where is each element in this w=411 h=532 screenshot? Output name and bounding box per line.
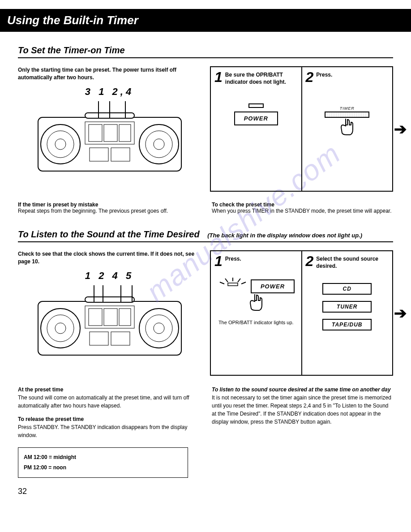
- hand-press-icon: [337, 116, 357, 137]
- svg-rect-12: [111, 148, 130, 161]
- section2-heading: To Listen to the Sound at the Time Desir…: [18, 229, 393, 242]
- arrow-right-icon-2: ➔: [394, 304, 407, 322]
- s2-foot-l2t: Press STANDBY. The STANDBY indication di…: [18, 424, 187, 438]
- indicator-text: The OPR/BATT indicator lights up.: [214, 319, 298, 326]
- indicator-rect: [248, 103, 264, 108]
- svg-point-18: [41, 309, 80, 348]
- pm-row: PM 12:00 = noon: [24, 464, 66, 471]
- svg-rect-29: [111, 332, 130, 345]
- section2-device-numbers: 1 2 4 5: [18, 270, 201, 282]
- am-row: AM 12:00 = midnight: [24, 454, 76, 460]
- timer-button[interactable]: [325, 112, 369, 118]
- step2-num: 2: [306, 71, 314, 84]
- svg-rect-40: [228, 283, 238, 286]
- s2-step2-num: 2: [306, 255, 314, 268]
- s1-leftnote-h: If the timer is preset by mistake: [18, 202, 98, 208]
- power-button-2[interactable]: POWER: [251, 279, 295, 293]
- time-table: AM 12:00 = midnight PM 12:00 = noon: [18, 447, 188, 478]
- svg-line-39: [241, 282, 246, 284]
- s2-foot-l2h: To release the preset time: [18, 416, 84, 422]
- cd-button[interactable]: CD: [322, 283, 372, 295]
- s2-step1-text: Press.: [225, 255, 241, 263]
- power-button[interactable]: POWER: [234, 112, 278, 125]
- svg-point-1: [41, 124, 80, 164]
- s1-leftnote-t: Repeat steps from the beginning. The pre…: [18, 208, 168, 214]
- boombox-icon: [36, 99, 184, 176]
- s2-foot-r1t: It is not necessary to set the timer aga…: [212, 395, 391, 425]
- s1-rightnote-h: To check the preset time: [212, 202, 274, 208]
- title-bar: Using the Built-in Timer: [0, 9, 411, 32]
- s1-rightnote-t: When you press TIMER in the STANDBY mode…: [212, 208, 392, 214]
- s2-step2-text: Select the sound source desired.: [316, 255, 389, 270]
- boombox-icon-2: [36, 283, 184, 360]
- section1-heading: To Set the Timer-on Time: [18, 45, 393, 58]
- s2-foot-r1h: To listen to the sound source desired at…: [212, 386, 391, 393]
- svg-point-4: [139, 124, 179, 164]
- section1-device-numbers: 3 1 2,4: [18, 86, 201, 98]
- svg-rect-28: [90, 332, 108, 345]
- rays-icon: [217, 277, 248, 287]
- step1-num: 1: [214, 71, 223, 84]
- svg-rect-30: [85, 297, 134, 302]
- section1-step-box: 1 Be sure the OPR/BATT indicator does no…: [210, 66, 393, 192]
- s2-foot-l1t: The sound will come on automatically at …: [18, 395, 189, 409]
- svg-line-36: [225, 279, 228, 282]
- svg-rect-7: [85, 122, 134, 144]
- step1-text: Be sure the OPR/BATT indicator does not …: [225, 71, 298, 86]
- tuner-button[interactable]: TUNER: [322, 301, 372, 313]
- svg-line-38: [220, 282, 224, 284]
- page-number: 32: [18, 487, 393, 496]
- s2-step1-num: 1: [214, 255, 223, 268]
- section2-heading-note: (The back light in the display window do…: [207, 232, 362, 239]
- step2-text: Press.: [316, 71, 332, 79]
- svg-rect-24: [85, 306, 134, 328]
- svg-point-21: [139, 309, 179, 348]
- timer-label: TIMER: [306, 106, 389, 111]
- section2-heading-text: To Listen to the Sound at the Time Desir…: [18, 229, 200, 239]
- section2-step-box: 1 Press. POWER Th: [210, 250, 393, 376]
- section1-intro: Only the starting time can be preset. Th…: [18, 66, 201, 82]
- svg-line-37: [238, 279, 240, 282]
- hand-press-icon-2: [246, 292, 266, 312]
- s2-foot-l1h: At the preset time: [18, 386, 63, 393]
- svg-rect-11: [90, 148, 108, 161]
- tape-dub-button[interactable]: TAPE/DUB: [322, 319, 372, 330]
- arrow-right-icon: ➔: [394, 120, 407, 138]
- section2-intro: Check to see that the clock shows the cu…: [18, 250, 201, 266]
